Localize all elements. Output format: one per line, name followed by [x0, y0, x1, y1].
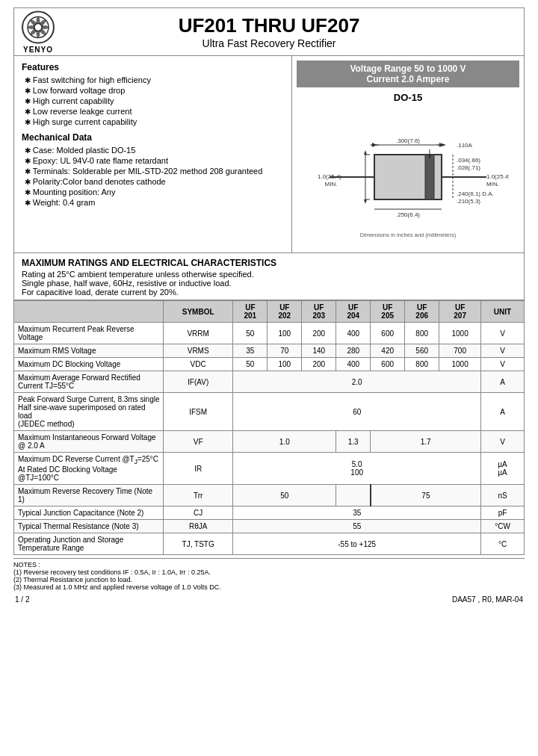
svg-text:MIN.: MIN.: [325, 181, 338, 188]
row-val: 140: [302, 344, 336, 358]
row-val: 75: [371, 485, 481, 506]
table-row: Maximum Average Forward Rectified Curren…: [14, 371, 525, 393]
col-uf206: UF206: [405, 301, 439, 323]
product-title: UF201 THRU UF207: [179, 14, 360, 37]
header-section: YENYO UF201 THRU UF207 Ultra Fast Recove…: [13, 7, 525, 56]
row-unit: V: [481, 344, 525, 358]
electrical-table: SYMBOL UF201 UF202 UF203 UF204 UF205 UF2…: [13, 300, 525, 555]
notes-label: NOTES :: [13, 561, 525, 568]
col-uf205: UF205: [371, 301, 405, 323]
svg-point-10: [37, 17, 40, 23]
row-desc: Operating Junction and Storage Temperatu…: [14, 533, 164, 555]
col-uf202: UF202: [268, 301, 302, 323]
row-val: 1.7: [371, 431, 481, 453]
note-3: (3) Measured at 1.0 MHz and applied reve…: [13, 583, 525, 591]
ratings-section: MAXIMUM RATINGS AND ELECTRICAL CHARACTER…: [13, 253, 525, 300]
svg-point-18: [34, 23, 42, 31]
row-val-merged: 60: [233, 393, 481, 431]
row-val: 600: [371, 323, 405, 344]
row-val-merged: 5.0100: [233, 453, 481, 485]
row-val: 420: [371, 344, 405, 358]
row-val: 1000: [439, 358, 481, 371]
row-unit: A: [481, 393, 525, 431]
row-val: 50: [233, 323, 268, 344]
logo-icon: [25, 13, 52, 40]
row-unit: nS: [481, 485, 525, 506]
svg-text:.210(5.3): .210(5.3): [457, 198, 480, 205]
row-val: 200: [302, 323, 336, 344]
features-list: Fast switching for high efficiency Low f…: [22, 75, 284, 126]
product-subtitle: Ultra Fast Recovery Rectifier: [179, 37, 360, 49]
mechanical-item: Epoxy: UL 94V-0 rate flame retardant: [25, 156, 284, 165]
svg-text:.250(6.4): .250(6.4): [396, 211, 420, 218]
col-symbol: SYMBOL: [164, 301, 233, 323]
row-val-merged: -55 to +125: [233, 533, 481, 555]
row-val: 600: [371, 358, 405, 371]
row-val: 280: [336, 344, 371, 358]
voltage-line2: Current 2.0 Ampere: [301, 74, 515, 84]
col-uf207: UF207: [439, 301, 481, 323]
svg-point-14: [37, 31, 40, 37]
row-val: 1000: [439, 323, 481, 344]
feature-item: High surge current capability: [25, 117, 284, 126]
svg-text:Dimensions in inches and (mill: Dimensions in inches and (millimeters): [360, 232, 457, 238]
table-row: Typical Junction Capacitance (Note 2) CJ…: [14, 506, 525, 520]
ratings-note1: Rating at 25°C ambient temperature unles…: [22, 270, 516, 279]
table-row: Maximum Instantaneous Forward Voltage @ …: [14, 431, 525, 453]
voltage-banner: Voltage Range 50 to 1000 V Current 2.0 A…: [297, 61, 519, 87]
row-symbol: TJ, TSTG: [164, 533, 233, 555]
feature-item: High current capability: [25, 96, 284, 105]
row-desc: Maximum DC Blocking Voltage: [14, 358, 164, 371]
row-symbol: IFSM: [164, 393, 233, 431]
table-row: Maximum DC Blocking Voltage VDC 50 100 2…: [14, 358, 525, 371]
notes-section: NOTES : (1) Reverse recovery test condit…: [13, 558, 525, 591]
svg-point-16: [28, 25, 34, 29]
table-row: Maximum RMS Voltage VRMS 35 70 140 280 4…: [14, 344, 525, 358]
logo-circle: [22, 10, 55, 43]
ratings-title: MAXIMUM RATINGS AND ELECTRICAL CHARACTER…: [22, 258, 516, 268]
doc-reference: DAA57 , R0, MAR-04: [452, 595, 523, 604]
diagram-column: Voltage Range 50 to 1000 V Current 2.0 A…: [292, 56, 524, 252]
row-symbol: Trr: [164, 485, 233, 506]
table-row: Typical Thermal Resistance (Note 3) RθJA…: [14, 520, 525, 533]
row-desc: Typical Junction Capacitance (Note 2): [14, 506, 164, 520]
row-val: 800: [405, 358, 439, 371]
svg-rect-22: [425, 155, 434, 199]
note-1: (1) Reverse recovery test conditions IF …: [13, 568, 525, 576]
row-desc: Maximum Recurrent Peak Reverse Voltage: [14, 323, 164, 344]
row-symbol: VDC: [164, 358, 233, 371]
svg-text:MIN.: MIN.: [486, 181, 499, 188]
do15-diagram: .300(7.6) .250(6.4) 1.0(25.4) MIN. 1.0(2…: [307, 106, 509, 248]
svg-marker-47: [364, 150, 367, 155]
row-unit: V: [481, 431, 525, 453]
row-unit: °CW: [481, 520, 525, 533]
row-symbol: IF(AV): [164, 371, 233, 393]
row-val: [336, 485, 371, 506]
row-symbol: VF: [164, 431, 233, 453]
row-val: 1.3: [336, 431, 371, 453]
row-val: 200: [302, 358, 336, 371]
table-row: Maximum Recurrent Peak Reverse Voltage V…: [14, 323, 525, 344]
row-val: 560: [405, 344, 439, 358]
table-row: Maximum DC Reverse Current @TJ=25°CAt Ra…: [14, 453, 525, 485]
col-uf204: UF204: [336, 301, 371, 323]
logo-text: YENYO: [22, 45, 55, 53]
row-val-merged: 2.0: [233, 371, 481, 393]
col-description: [14, 301, 164, 323]
row-desc: Peak Forward Surge Current, 8.3ms single…: [14, 393, 164, 431]
package-label: DO-15: [394, 92, 422, 103]
svg-marker-48: [364, 199, 367, 204]
row-val: 50: [233, 358, 268, 371]
row-desc: Maximum Average Forward Rectified Curren…: [14, 371, 164, 393]
row-unit: pF: [481, 506, 525, 520]
footer-section: 1 / 2 DAA57 , R0, MAR-04: [13, 595, 525, 604]
row-symbol: VRRM: [164, 323, 233, 344]
mechanical-list: Case: Molded plastic DO-15 Epoxy: UL 94V…: [22, 146, 284, 207]
row-unit: µAµA: [481, 453, 525, 485]
mechanical-item: Case: Molded plastic DO-15: [25, 146, 284, 155]
table-row: Operating Junction and Storage Temperatu…: [14, 533, 525, 555]
mechanical-title: Mechanical Data: [22, 132, 284, 143]
col-uf201: UF201: [233, 301, 268, 323]
row-val: 800: [405, 323, 439, 344]
features-title: Features: [22, 62, 284, 72]
